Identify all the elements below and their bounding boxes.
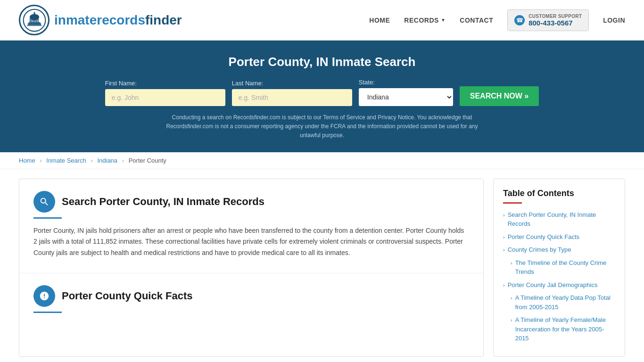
first-name-label: First Name:	[105, 80, 137, 87]
hero-section: Porter County, IN Inmate Search First Na…	[0, 41, 644, 152]
section-quick-facts: Porter County Quick Facts	[33, 285, 469, 313]
toc-link-3[interactable]: › County Crimes by Type	[503, 245, 615, 255]
last-name-input[interactable]	[232, 89, 352, 106]
toc-item-7: › A Timeline of Yearly Female/Male Incar…	[511, 315, 615, 343]
toc-link-5[interactable]: › Porter County Jail Demographics	[503, 280, 615, 290]
toc-list: › Search Porter County, IN Inmate Record…	[503, 210, 615, 343]
support-text: CUSTOMER SUPPORT 800-433-0567	[528, 14, 582, 27]
toc-arrow-5: ›	[503, 281, 505, 289]
nav-home[interactable]: HOME	[369, 16, 390, 24]
search-button[interactable]: SEARCH NOW »	[460, 86, 539, 106]
toc-item-2: › Porter County Quick Facts	[503, 232, 615, 242]
toc-arrow-3: ›	[503, 246, 505, 254]
article: Search Porter County, IN Inmate Records …	[19, 179, 484, 357]
state-group: State: Indiana Alabama Alaska Arizona Ca…	[359, 79, 453, 106]
page-title: Porter County, IN Inmate Search	[19, 55, 625, 69]
customer-support: ☎ CUSTOMER SUPPORT 800-433-0567	[507, 9, 589, 31]
toc-item-1: › Search Porter County, IN Inmate Record…	[503, 210, 615, 229]
section2-header: Porter County Quick Facts	[33, 285, 469, 307]
alert-icon	[33, 285, 55, 307]
breadcrumb-sep-1: ›	[40, 157, 41, 164]
toc-link-1[interactable]: › Search Porter County, IN Inmate Record…	[503, 210, 615, 229]
main-nav: HOME RECORDS ▼ CONTACT ☎ CUSTOMER SUPPOR…	[369, 9, 625, 31]
breadcrumb-indiana[interactable]: Indiana	[97, 157, 117, 164]
logo-area: inmaterecordsfinder	[19, 5, 182, 35]
section1-underline	[33, 217, 62, 219]
toc-link-6[interactable]: › A Timeline of Yearly Data Pop Total fr…	[511, 293, 615, 312]
toc-item-6: › A Timeline of Yearly Data Pop Total fr…	[511, 293, 615, 312]
svg-rect-9	[28, 22, 40, 24]
last-name-label: Last Name:	[232, 80, 263, 87]
sidebar: Table of Contents › Search Porter County…	[493, 179, 625, 357]
search-form: First Name: Last Name: State: Indiana Al…	[19, 79, 625, 106]
svg-rect-8	[37, 18, 38, 22]
svg-rect-10	[27, 23, 41, 25]
breadcrumb: Home › Inmate Search › Indiana › Porter …	[0, 152, 644, 169]
section1-header: Search Porter County, IN Inmate Records	[33, 191, 469, 213]
svg-rect-14	[27, 25, 42, 25]
first-name-group: First Name:	[105, 80, 225, 106]
last-name-group: Last Name:	[232, 80, 352, 106]
logo-icon	[19, 5, 50, 35]
section1-title: Search Porter County, IN Inmate Records	[62, 196, 264, 208]
toc-item-5: › Porter County Jail Demographics	[503, 280, 615, 290]
site-header: inmaterecordsfinder HOME RECORDS ▼ CONTA…	[0, 0, 644, 41]
breadcrumb-sep-2: ›	[91, 157, 92, 164]
svg-rect-13	[27, 25, 41, 25]
breadcrumb-inmate-search[interactable]: Inmate Search	[46, 157, 86, 164]
section2-title: Porter County Quick Facts	[62, 290, 193, 302]
toc-link-7[interactable]: › A Timeline of Yearly Female/Male Incar…	[511, 315, 615, 343]
logo-text: inmaterecordsfinder	[54, 13, 182, 28]
breadcrumb-current: Porter County	[129, 157, 166, 164]
table-of-contents: Table of Contents › Search Porter County…	[493, 179, 625, 357]
search-icon	[33, 191, 55, 213]
svg-rect-11	[33, 13, 35, 17]
login-button[interactable]: LOGIN	[603, 16, 625, 24]
breadcrumb-home[interactable]: Home	[19, 157, 35, 164]
svg-rect-6	[34, 18, 35, 22]
toc-underline	[503, 202, 522, 204]
nav-records[interactable]: RECORDS ▼	[404, 16, 446, 24]
section1-text: Porter County, IN jails hold prisoners a…	[33, 225, 469, 259]
toc-item-4: › The Timeline of the County Crime Trend…	[511, 258, 615, 277]
nav-contact[interactable]: CONTACT	[460, 16, 493, 24]
svg-marker-12	[33, 11, 35, 13]
svg-rect-3	[30, 18, 31, 22]
toc-arrow-2: ›	[503, 233, 505, 241]
section-divider	[19, 273, 483, 273]
disclaimer-text: Conducting a search on Recordsfinder.com…	[157, 113, 487, 140]
toc-arrow-7: ›	[511, 316, 512, 324]
toc-link-4[interactable]: › The Timeline of the County Crime Trend…	[511, 258, 615, 277]
section-inmate-records: Search Porter County, IN Inmate Records …	[33, 191, 469, 259]
breadcrumb-sep-3: ›	[122, 157, 124, 164]
state-select[interactable]: Indiana Alabama Alaska Arizona Californi…	[359, 88, 453, 106]
main-content: Search Porter County, IN Inmate Records …	[0, 169, 644, 362]
toc-arrow-1: ›	[503, 211, 505, 219]
first-name-input[interactable]	[105, 89, 225, 106]
state-label: State:	[359, 79, 375, 86]
toc-item-3: › County Crimes by Type	[503, 245, 615, 255]
toc-link-2[interactable]: › Porter County Quick Facts	[503, 232, 615, 242]
toc-arrow-6: ›	[511, 294, 512, 302]
toc-title: Table of Contents	[503, 189, 615, 198]
svg-rect-2	[30, 17, 38, 18]
section2-underline	[33, 312, 62, 313]
phone-icon: ☎	[514, 15, 525, 25]
chevron-down-icon: ▼	[441, 17, 446, 23]
svg-rect-4	[31, 18, 32, 22]
svg-rect-5	[33, 18, 33, 22]
toc-arrow-4: ›	[511, 259, 512, 267]
svg-rect-7	[36, 18, 37, 22]
